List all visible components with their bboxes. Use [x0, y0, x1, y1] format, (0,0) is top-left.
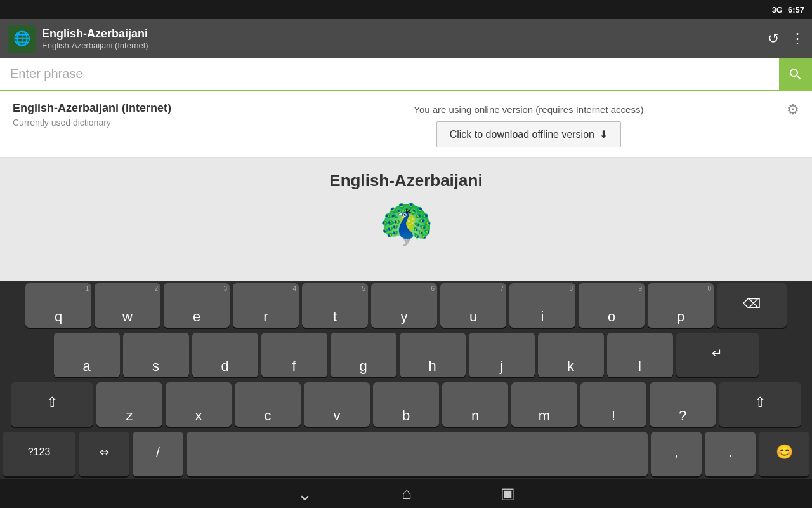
comma-label: , — [674, 445, 678, 460]
app-subtitle: English-Azerbaijani (Internet) — [42, 41, 148, 50]
key-f[interactable]: f — [261, 333, 327, 377]
backspace-key[interactable]: ⌫ — [717, 283, 787, 328]
enter-icon: ↵ — [712, 345, 723, 361]
key-y[interactable]: 6 y — [371, 283, 437, 328]
period-label: . — [728, 445, 732, 460]
app-title: English-Azerbaijani — [42, 27, 148, 41]
shift-right-key[interactable]: ⇧ — [719, 382, 801, 427]
menu-icon[interactable]: ⋮ — [790, 30, 804, 47]
keyboard: 1 q 2 w 3 e 4 r 5 t 6 y 7 u 8 i — [0, 281, 812, 479]
key-k[interactable]: k — [538, 333, 604, 377]
key-exclamation[interactable]: ! — [580, 382, 646, 427]
keyboard-row-2: a s d f g h j k l ↵ — [0, 330, 812, 380]
key-v[interactable]: v — [304, 382, 370, 427]
shift-left-key[interactable]: ⇧ — [11, 382, 93, 427]
keyboard-row-3: ⇧ z x c v b n m ! ? ⇧ — [0, 380, 812, 429]
slash-label: / — [156, 445, 160, 460]
settings-gear-icon[interactable]: ⚙ — [787, 102, 799, 118]
refresh-icon[interactable]: ↺ — [768, 30, 779, 47]
key-s[interactable]: s — [123, 333, 189, 377]
nav-bar: ⌄ ⌂ ▣ — [0, 479, 812, 508]
backspace-icon: ⌫ — [743, 296, 761, 311]
key-q[interactable]: 1 q — [25, 283, 91, 328]
period-key[interactable]: . — [705, 432, 756, 476]
key-p[interactable]: 0 p — [648, 283, 714, 328]
slash-key[interactable]: / — [133, 432, 183, 476]
shift-left-icon: ⇧ — [46, 394, 58, 411]
search-input[interactable] — [0, 58, 779, 90]
key-d[interactable]: d — [192, 333, 258, 377]
search-icon — [788, 67, 803, 82]
dict-name: English-Azerbaijani (Internet) — [13, 102, 271, 115]
key-u[interactable]: 7 u — [440, 283, 506, 328]
key-x[interactable]: x — [166, 382, 232, 427]
key-h[interactable]: h — [400, 333, 466, 377]
peacock-icon: 🦚 — [379, 198, 434, 248]
dict-card: English-Azerbaijani (Internet) Currently… — [0, 91, 812, 158]
key-a[interactable]: a — [54, 333, 120, 377]
recents-nav-icon[interactable]: ▣ — [501, 485, 515, 502]
dict-sub: Currently used dictionary — [13, 117, 271, 128]
keyboard-row-1: 1 q 2 w 3 e 4 r 5 t 6 y 7 u 8 i — [0, 281, 812, 330]
key-question[interactable]: ? — [650, 382, 716, 427]
branding-section: English-Azerbaijani 🦚 — [0, 158, 812, 255]
key-r[interactable]: 4 r — [233, 283, 299, 328]
brand-bird-image: 🦚 — [379, 197, 434, 249]
key-e[interactable]: 3 e — [164, 283, 230, 328]
key-o[interactable]: 9 o — [579, 283, 645, 328]
key-z[interactable]: z — [96, 382, 162, 427]
main-content: English-Azerbaijani (Internet) Currently… — [0, 91, 812, 281]
sym-key[interactable]: ?123 — [3, 432, 75, 476]
dict-center: You are using online version (requires I… — [271, 102, 787, 147]
key-b[interactable]: b — [373, 382, 439, 427]
emoji-key[interactable]: 😊 — [759, 432, 809, 476]
search-button[interactable] — [779, 58, 812, 91]
sym-label: ?123 — [28, 446, 51, 458]
shift-right-icon: ⇧ — [754, 394, 766, 411]
header-titles: English-Azerbaijani English-Azerbaijani … — [42, 27, 148, 50]
key-t[interactable]: 5 t — [302, 283, 368, 328]
key-c[interactable]: c — [235, 382, 301, 427]
key-j[interactable]: j — [469, 333, 535, 377]
key-n[interactable]: n — [442, 382, 508, 427]
download-button-label: Click to download offline version — [450, 129, 594, 140]
keyboard-settings-key[interactable]: ⇔ — [79, 432, 129, 476]
comma-key[interactable]: , — [651, 432, 702, 476]
download-icon: ⬇ — [599, 128, 608, 140]
dict-info: English-Azerbaijani (Internet) Currently… — [13, 102, 271, 128]
clock: 6:57 — [788, 5, 804, 15]
download-offline-button[interactable]: Click to download offline version ⬇ — [436, 121, 621, 147]
keyboard-row-4: ?123 ⇔ / , . 😊 — [0, 429, 812, 479]
home-nav-icon[interactable]: ⌂ — [402, 484, 412, 504]
app-header: 🌐 English-Azerbaijani English-Azerbaijan… — [0, 19, 812, 58]
online-notice: You are using online version (requires I… — [414, 104, 643, 115]
settings-key-icon: ⇔ — [100, 445, 109, 459]
search-bar — [0, 58, 812, 91]
key-i[interactable]: 8 i — [509, 283, 575, 328]
space-key[interactable] — [187, 432, 648, 476]
brand-title: English-Azerbaijani — [329, 171, 482, 190]
key-g[interactable]: g — [331, 333, 396, 377]
back-nav-icon[interactable]: ⌄ — [297, 483, 313, 505]
signal-indicator: 3G — [772, 5, 783, 15]
emoji-icon: 😊 — [776, 444, 793, 460]
header-right: ↺ ⋮ — [768, 30, 804, 47]
enter-key[interactable]: ↵ — [676, 333, 759, 377]
key-w[interactable]: 2 w — [95, 283, 160, 328]
app-icon: 🌐 — [8, 25, 36, 53]
key-m[interactable]: m — [511, 382, 577, 427]
header-left: 🌐 English-Azerbaijani English-Azerbaijan… — [8, 25, 148, 53]
status-bar: 3G 6:57 — [0, 0, 812, 19]
key-l[interactable]: l — [607, 333, 673, 377]
